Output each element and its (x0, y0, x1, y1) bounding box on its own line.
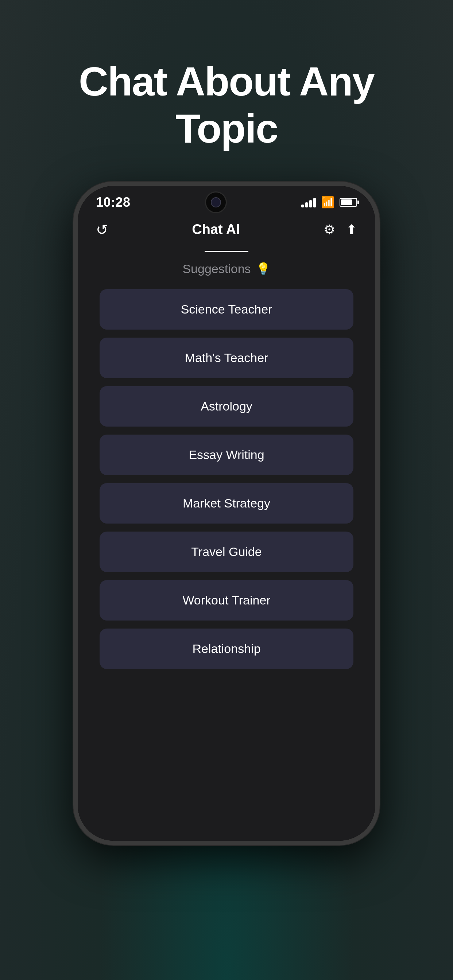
phone-frame: 10:28 📶 (73, 181, 380, 845)
nav-bar: ↺ Chat AI ⚙ ⬆ (78, 215, 375, 248)
suggestion-label-science-teacher: Science Teacher (181, 302, 273, 317)
suggestion-label-workout-trainer: Workout Trainer (182, 593, 270, 608)
signal-bar-4 (313, 198, 316, 207)
tab-active-indicator (205, 251, 248, 252)
signal-bar-2 (305, 202, 308, 207)
content-area: Suggestions 💡 Science Teacher Math's Tea… (78, 258, 375, 841)
nav-title: Chat AI (192, 222, 240, 237)
camera-lens (211, 197, 221, 207)
suggestion-item-science-teacher[interactable]: Science Teacher (100, 289, 353, 329)
suggestions-label: Suggestions (182, 262, 250, 276)
settings-button[interactable]: ⚙ (324, 222, 335, 237)
tab-indicator-bar (78, 248, 375, 258)
suggestion-label-market-strategy: Market Strategy (183, 496, 270, 511)
suggestion-item-astrology[interactable]: Astrology (100, 386, 353, 426)
suggestions-header: Suggestions 💡 (100, 262, 353, 276)
wifi-icon: 📶 (321, 196, 335, 208)
suggestion-item-maths-teacher[interactable]: Math's Teacher (100, 337, 353, 378)
signal-bar-3 (309, 200, 312, 207)
suggestion-item-essay-writing[interactable]: Essay Writing (100, 434, 353, 475)
status-bar: 10:28 📶 (78, 186, 375, 215)
suggestion-item-relationship[interactable]: Relationship (100, 628, 353, 669)
suggestion-label-essay-writing: Essay Writing (188, 448, 264, 462)
suggestions-list: Science Teacher Math's Teacher Astrology… (100, 289, 353, 826)
camera-notch (205, 191, 227, 213)
refresh-button[interactable]: ↺ (96, 221, 108, 238)
signal-bar-1 (301, 205, 304, 207)
suggestion-label-astrology: Astrology (201, 399, 252, 414)
suggestion-item-travel-guide[interactable]: Travel Guide (100, 531, 353, 572)
suggestion-label-maths-teacher: Math's Teacher (185, 351, 268, 365)
share-button[interactable]: ⬆ (346, 222, 357, 237)
page-title: Chat About Any Topic (49, 58, 404, 153)
phone-wrapper: 10:28 📶 (73, 181, 380, 980)
suggestion-item-market-strategy[interactable]: Market Strategy (100, 483, 353, 523)
status-icons: 📶 (301, 196, 357, 208)
suggestion-label-travel-guide: Travel Guide (191, 545, 262, 559)
suggestion-item-workout-trainer[interactable]: Workout Trainer (100, 580, 353, 620)
phone-screen: 10:28 📶 (78, 186, 375, 841)
battery-icon (340, 198, 357, 207)
suggestion-label-relationship: Relationship (192, 642, 260, 656)
signal-bars-icon (301, 197, 316, 207)
suggestions-lightbulb-icon: 💡 (256, 262, 271, 275)
nav-actions: ⚙ ⬆ (324, 222, 357, 237)
status-time: 10:28 (96, 195, 131, 210)
battery-fill (341, 199, 352, 205)
